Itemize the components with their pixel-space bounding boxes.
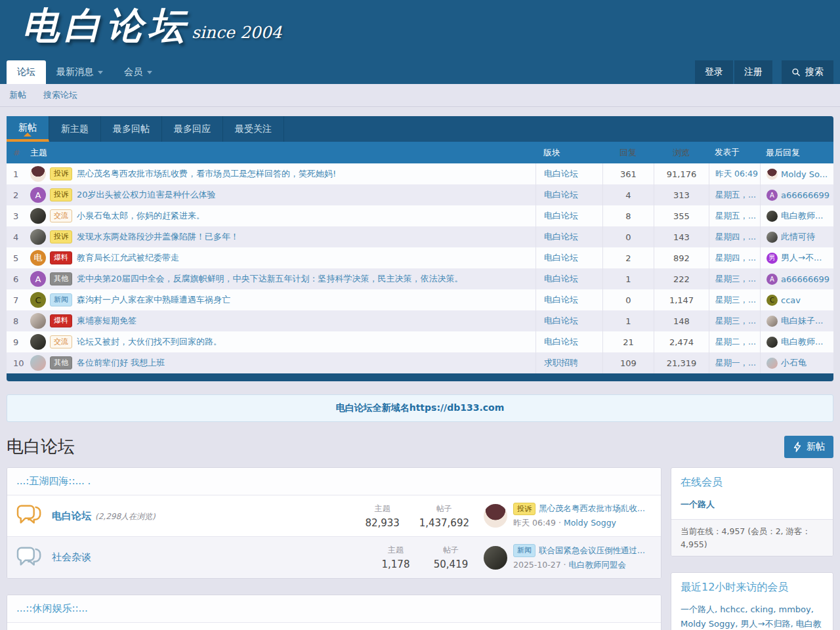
avatar[interactable]: C	[30, 292, 46, 308]
last-reply-user-link[interactable]: 小石龟	[781, 357, 807, 369]
posted-date-link[interactable]: 星期五，...	[715, 190, 756, 201]
last-reply-user-link[interactable]: 此情可待	[781, 231, 815, 243]
latest-post-title-link[interactable]: 联合国紧急会议压倒性通过...	[539, 545, 645, 556]
posted-date-link[interactable]: 星期三，...	[715, 274, 756, 285]
topic-title-link[interactable]: 黑心茂名粤西农批市场乱收费，看市场员工是怎样回答的，笑死她妈!	[77, 168, 336, 180]
category-title[interactable]: ...:五湖四海::... .	[7, 468, 661, 495]
avatar[interactable]	[766, 337, 778, 348]
board-link[interactable]: 电白论坛	[544, 273, 578, 285]
posted-date-link[interactable]: 星期三，...	[715, 295, 756, 306]
posted-date-link[interactable]: 星期一，...	[715, 358, 756, 369]
board-link[interactable]: 电白论坛	[544, 231, 578, 243]
online-members-stats: 当前在线：4,957 (会员：2, 游客：4,955)	[671, 519, 833, 556]
last-reply-user-link[interactable]: a66666699	[781, 190, 830, 200]
board-link[interactable]: 电白论坛	[544, 315, 578, 327]
avatar[interactable]	[30, 166, 46, 182]
avatar[interactable]	[30, 208, 46, 224]
avatar[interactable]	[30, 334, 46, 350]
avatar[interactable]: 电	[30, 250, 46, 266]
last-reply-user-link[interactable]: ccav	[781, 295, 801, 305]
prefix-badge: 爆料	[50, 251, 72, 264]
last-reply-user-link[interactable]: Moldy So...	[781, 169, 828, 179]
last-reply-user-link[interactable]: 电白妹子...	[781, 315, 823, 327]
avatar[interactable]	[766, 232, 778, 243]
avatar[interactable]	[766, 316, 778, 327]
nav-tab-members[interactable]: 会员	[114, 60, 163, 84]
new-post-button[interactable]: 新帖	[784, 436, 833, 458]
views-count: 91,176	[654, 163, 709, 184]
online-member-link[interactable]: 一个路人	[681, 499, 715, 509]
avatar[interactable]: C	[766, 295, 778, 306]
board-link[interactable]: 电白论坛	[544, 336, 578, 348]
board-link[interactable]: 电白论坛	[544, 168, 578, 180]
topic-title-link[interactable]: 论坛又被封，大伙们找不到回家的路。	[77, 336, 222, 348]
posted-date-link[interactable]: 星期四，...	[715, 253, 756, 264]
avatar[interactable]	[30, 313, 46, 329]
search-button[interactable]: 搜索	[782, 60, 833, 84]
avatar[interactable]: A	[766, 274, 778, 285]
avatar[interactable]: A	[766, 190, 778, 201]
prefix-badge: 投诉	[513, 503, 536, 515]
topic-title-link[interactable]: 森沟村一户人家在家中熟睡遭遇车祸身亡	[77, 294, 230, 306]
posted-date-link[interactable]: 星期五，...	[715, 211, 756, 222]
last-reply-user-link[interactable]: 男人→不...	[781, 252, 822, 264]
avatar[interactable]	[30, 229, 46, 245]
avatar[interactable]	[766, 211, 778, 222]
topic-title-link[interactable]: 教育局长江允武被纪委带走	[77, 252, 179, 264]
last-reply-user-link[interactable]: 电白教师...	[781, 210, 823, 222]
topic-title-link[interactable]: 20岁出头被公权力迫害是种什么体验	[77, 189, 216, 201]
col-header-num: #	[7, 148, 26, 158]
topic-title-link[interactable]: 小泉石龟太郎，你妈的赶紧进来。	[77, 210, 205, 222]
recent-visitors-links[interactable]: 一个路人, hchcc, cking, mmboy, Moldy Soggy, …	[681, 604, 822, 630]
last-reply-user-link[interactable]: 电白教师...	[781, 336, 823, 348]
forum-name-link[interactable]: 电白论坛	[52, 510, 91, 522]
posted-date-link[interactable]: 昨天 06:49	[715, 169, 758, 180]
board-link[interactable]: 电白论坛	[544, 294, 578, 306]
topic-title-link[interactable]: 发现水东两处路段沙井盖像陷阱！已多年！	[77, 231, 239, 243]
latest-post-user-link[interactable]: 电白教师同盟会	[569, 560, 627, 570]
posted-date-link[interactable]: 星期四，...	[715, 232, 756, 243]
latest-post-title-link[interactable]: 黑心茂名粤西农批市场乱收...	[539, 503, 645, 514]
topic-title-link[interactable]: 党中央第20届四中全会，反腐旗帜鲜明，中央下达新五年计划：坚持科学决策，民主决策…	[77, 273, 463, 285]
avatar[interactable]	[484, 546, 507, 570]
forum-name-link[interactable]: 社会杂谈	[52, 551, 91, 563]
prefix-badge: 交流	[50, 209, 72, 222]
nav-tab-forum[interactable]: 论坛	[7, 60, 46, 84]
avatar[interactable]: A	[30, 271, 46, 287]
posted-date-link[interactable]: 星期三，...	[715, 316, 756, 327]
nav-tab-whats-new[interactable]: 最新消息	[46, 60, 114, 84]
category-title[interactable]: ...::休闲娱乐::...	[7, 595, 661, 623]
topic-title-link[interactable]: 各位前辈们好 我想上班	[77, 357, 165, 369]
avatar[interactable]	[30, 355, 46, 371]
avatar[interactable]	[766, 169, 778, 180]
topic-title-link[interactable]: 柬埔寨短期免签	[77, 315, 136, 327]
domain-announcement-banner[interactable]: 电白论坛全新域名https://db133.com	[7, 394, 833, 422]
table-row: 3 交流小泉石龟太郎，你妈的赶紧进来。 电白论坛 8 355 星期五，... 电…	[7, 205, 833, 226]
avatar[interactable]: A	[30, 187, 46, 203]
tab-most-watched[interactable]: 最受关注	[223, 116, 284, 142]
tab-most-replies[interactable]: 最多回帖	[101, 116, 162, 142]
tab-new-posts-label: 新帖	[18, 122, 37, 134]
board-link[interactable]: 电白论坛	[544, 189, 578, 201]
avatar[interactable]: 男	[766, 253, 778, 264]
board-link[interactable]: 电白论坛	[544, 252, 578, 264]
board-link[interactable]: 电白论坛	[544, 210, 578, 222]
login-button[interactable]: 登录	[695, 60, 733, 84]
subnav-search-forum-link[interactable]: 搜索论坛	[43, 89, 77, 101]
register-button[interactable]: 注册	[734, 60, 772, 84]
latest-post-user-link[interactable]: Moldy Soggy	[564, 518, 616, 528]
posted-date-link[interactable]: 星期二，...	[715, 337, 756, 348]
tab-new-threads[interactable]: 新主题	[49, 116, 101, 142]
avatar[interactable]	[766, 358, 778, 369]
board-link[interactable]: 求职招聘	[544, 357, 578, 369]
last-reply-user-link[interactable]: a66666699	[781, 274, 830, 284]
site-logo-title: 电白论坛	[22, 1, 190, 51]
subnav-new-posts-link[interactable]: 新帖	[9, 89, 26, 101]
avatar[interactable]	[484, 504, 507, 528]
replies-count: 361	[602, 163, 654, 184]
chevron-down-icon	[98, 71, 103, 74]
new-post-button-label: 新帖	[807, 441, 825, 453]
tab-new-posts[interactable]: 新帖	[7, 116, 49, 142]
tab-most-reactions[interactable]: 最多回应	[162, 116, 223, 142]
site-logo[interactable]: 电白论坛 since 2004	[22, 1, 282, 51]
